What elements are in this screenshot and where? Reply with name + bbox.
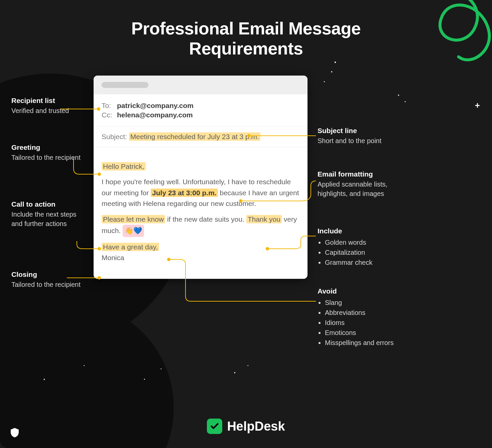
- ann-greeting: Greeting Tailored to the recipient: [11, 142, 85, 162]
- ann-avoid-title: Avoid: [318, 286, 398, 296]
- ann-subject: Subject line Short and to the point: [318, 126, 398, 145]
- cc-label: Cc:: [102, 111, 114, 119]
- to-value: patrick@company.com: [117, 102, 194, 110]
- ann-closing-title: Closing: [11, 269, 85, 279]
- ann-include-list: Golden words Capitalization Grammar chec…: [325, 238, 398, 267]
- email-card: To: patrick@company.com Cc: helena@compa…: [94, 76, 308, 279]
- list-item: Idioms: [325, 318, 398, 327]
- ann-formatting-desc: Applied scannable lists, highlights, and…: [318, 180, 398, 198]
- list-item: Emoticons: [325, 328, 398, 337]
- ann-avoid-list: Slang Abbreviations Idioms Emoticons Mis…: [325, 298, 398, 347]
- list-item: Slang: [325, 298, 398, 307]
- to-label: To:: [102, 102, 114, 110]
- cc-value: helena@company.com: [117, 111, 193, 119]
- ann-subject-desc: Short and to the point: [318, 136, 398, 145]
- emoji-highlight: 👋💙: [123, 225, 144, 237]
- footer-brand: HelpDesk: [227, 419, 285, 434]
- helpdesk-logo-icon: [207, 419, 222, 434]
- connector-dot: [97, 107, 100, 111]
- greeting-highlight: Hello Patrick,: [102, 162, 146, 171]
- placeholder-pill: [102, 82, 148, 88]
- email-window-header: [94, 76, 308, 94]
- ann-cta: Call to action Include the next steps an…: [11, 199, 85, 228]
- subject-highlight: Meeting rescheduled for July 23 at 3 p.m…: [129, 132, 260, 141]
- title-line1: Professional Email Message: [131, 19, 361, 38]
- ann-formatting: Email formatting Applied scannable lists…: [318, 169, 398, 198]
- connector-dot: [98, 276, 101, 279]
- ann-cta-title: Call to action: [11, 199, 85, 209]
- list-item: Capitalization: [325, 248, 398, 257]
- ann-closing-desc: Tailored to the recipient: [11, 280, 85, 289]
- list-item: Misspellings and errors: [325, 338, 398, 347]
- ann-recipient: Recipient list Verified and trusted: [11, 96, 85, 115]
- ann-subject-title: Subject line: [318, 126, 398, 135]
- connector-dot: [239, 199, 242, 203]
- title-line2: Requirements: [189, 39, 303, 58]
- ann-greeting-title: Greeting: [11, 142, 85, 152]
- recipients-section: To: patrick@company.com Cc: helena@compa…: [94, 94, 308, 127]
- subject-label: Subject:: [102, 133, 127, 140]
- page-title: Professional Email Message Requirements: [0, 0, 492, 59]
- ann-greeting-desc: Tailored to the recipient: [11, 153, 85, 162]
- list-item: Grammar check: [325, 258, 398, 267]
- ann-recipient-title: Recipient list: [11, 96, 85, 105]
- ann-closing: Closing Tailored to the recipient: [11, 269, 85, 289]
- connector-dot: [266, 247, 269, 250]
- ann-cta-desc: Include the next steps and further actio…: [11, 210, 85, 228]
- ann-include: Include Golden words Capitalization Gram…: [318, 226, 398, 268]
- shield-icon: [10, 427, 19, 438]
- connector-dot: [98, 247, 101, 250]
- email-body: Hello Patrick, I hope you're feeling wel…: [94, 147, 308, 279]
- connector-dot: [247, 134, 251, 137]
- list-item: Golden words: [325, 238, 398, 247]
- connector-dot: [167, 258, 170, 261]
- date-highlight: July 23 at 3:00 p.m.: [151, 189, 218, 197]
- connector-dot: [98, 173, 101, 176]
- ann-avoid: Avoid Slang Abbreviations Idioms Emotico…: [318, 286, 398, 348]
- signature: Monica: [102, 254, 124, 261]
- subject-section: Subject: Meeting rescheduled for July 23…: [94, 127, 308, 147]
- closing-highlight: Have a great day,: [102, 243, 159, 251]
- list-item: Abbreviations: [325, 308, 398, 317]
- cta-mid: if the new date suits you.: [165, 215, 246, 223]
- thanks-highlight: Thank you: [246, 215, 282, 223]
- cta-highlight: Please let me know: [102, 215, 165, 223]
- footer: HelpDesk: [0, 419, 492, 434]
- ann-include-title: Include: [318, 226, 398, 236]
- ann-formatting-title: Email formatting: [318, 169, 398, 179]
- ann-recipient-desc: Verified and trusted: [11, 106, 85, 115]
